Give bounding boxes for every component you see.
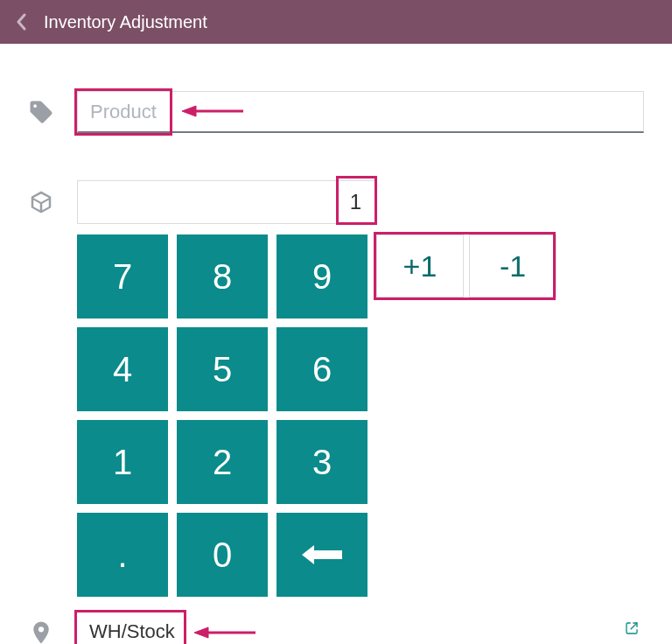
svg-marker-4 [194,627,208,638]
key-0[interactable]: 0 [177,513,268,597]
cube-icon [28,189,77,215]
svg-marker-1 [182,106,196,116]
location-pin-icon [28,620,77,644]
key-5[interactable]: 5 [177,327,268,411]
product-row [28,91,644,133]
product-input[interactable] [77,91,644,133]
key-9[interactable]: 9 [276,234,368,318]
quantity-value: 1 [350,190,361,214]
location-input[interactable] [77,612,644,644]
numeric-keypad: 7 8 9 4 5 6 1 2 3 . 0 [77,234,368,597]
back-icon[interactable] [10,11,32,32]
key-dot[interactable]: . [77,513,168,597]
key-1[interactable]: 1 [77,420,168,504]
quantity-row: 1 [28,180,644,224]
page-title: Inventory Adjustment [44,12,207,32]
key-8[interactable]: 8 [177,234,268,318]
numpad-row: 7 8 9 4 5 6 1 2 3 . 0 +1 -1 [28,234,644,597]
key-3[interactable]: 3 [276,420,368,504]
annotation-arrow-product [182,103,243,119]
decrement-button[interactable]: -1 [469,234,556,298]
increment-button[interactable]: +1 [376,234,464,298]
svg-marker-2 [302,545,342,564]
tag-icon [28,99,77,125]
key-7[interactable]: 7 [77,234,168,318]
annotation-arrow-location [194,625,256,640]
location-row [28,612,644,644]
quantity-display[interactable]: 1 [77,180,376,224]
external-link-icon[interactable] [625,621,639,639]
step-buttons: +1 -1 [376,234,556,298]
key-2[interactable]: 2 [177,420,268,504]
key-6[interactable]: 6 [276,327,368,411]
app-header: Inventory Adjustment [0,0,672,44]
key-4[interactable]: 4 [77,327,168,411]
key-backspace[interactable] [276,513,368,597]
